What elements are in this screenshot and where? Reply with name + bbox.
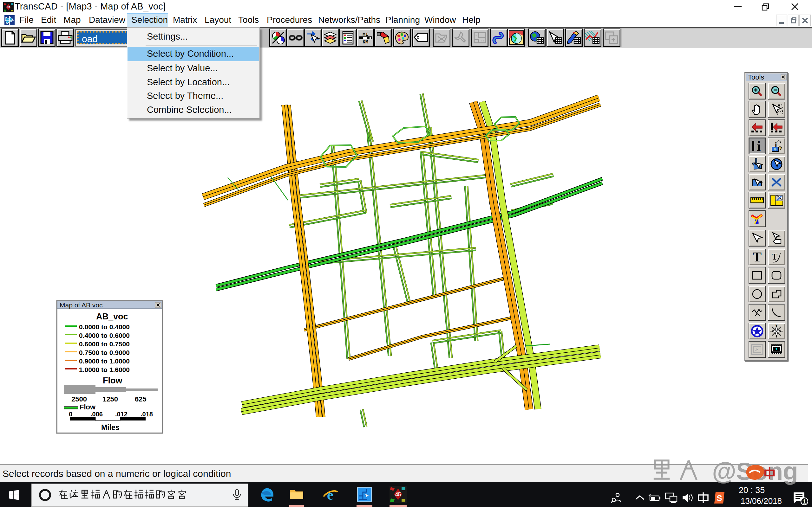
svg-text:45: 45 [7,6,10,9]
svg-text:45: 45 [395,492,401,497]
svg-text:T: T [753,250,762,263]
svg-text:S: S [716,493,722,503]
svg-text:1: 1 [803,498,806,505]
svg-text:i: i [757,139,761,152]
svg-text:e: e [327,487,334,502]
svg-text:N: N [775,324,777,326]
svg-text:T: T [772,251,777,262]
svg-text:KM: KM [362,40,368,45]
